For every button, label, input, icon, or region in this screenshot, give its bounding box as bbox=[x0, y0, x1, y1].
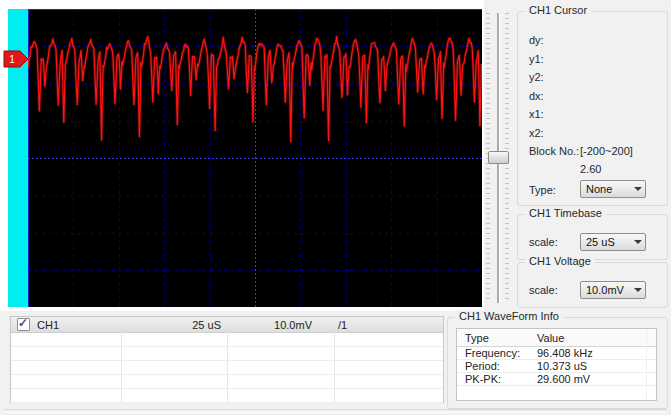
trigger-channel-number: 1 bbox=[9, 54, 15, 65]
type-label: Type: bbox=[529, 184, 556, 196]
info-label: Frequency: bbox=[457, 347, 537, 359]
waveform-info-title: CH1 WaveForm Info bbox=[455, 310, 563, 322]
info-row-pkpk: PK-PK: 29.600 mV bbox=[457, 372, 656, 386]
info-row-frequency: Frequency: 96.408 kHz bbox=[457, 346, 656, 360]
channel-name: CH1 bbox=[37, 319, 59, 331]
empty-row bbox=[11, 360, 443, 375]
cursor-field-y1: y1: bbox=[529, 53, 544, 65]
vertical-position-slider[interactable] bbox=[483, 9, 515, 309]
channel-timebase: 25 uS bbox=[121, 319, 227, 331]
cursor-field-dy: dy: bbox=[529, 34, 544, 46]
trigger-marker[interactable]: 1 bbox=[3, 50, 29, 68]
scope-grid-and-trace bbox=[28, 9, 482, 307]
empty-row bbox=[11, 388, 443, 403]
channel-voltage: 10.0mV bbox=[227, 319, 334, 331]
timebase-scale-label: scale: bbox=[529, 236, 558, 248]
timebase-scale-value: 25 uS bbox=[581, 236, 631, 248]
voltage-scale-value: 10.0mV bbox=[581, 284, 631, 296]
empty-row bbox=[11, 374, 443, 389]
voltage-scale-label: scale: bbox=[529, 284, 558, 296]
channel-probe: /1 bbox=[334, 319, 443, 331]
cursor-field-x2: x2: bbox=[529, 127, 544, 139]
cursor-type-select[interactable]: None bbox=[580, 180, 646, 198]
voltage-panel: CH1 Voltage scale: 10.0mV bbox=[517, 262, 668, 308]
block-no-value: 2.60 bbox=[580, 163, 601, 175]
cursor-field-dx: dx: bbox=[529, 90, 544, 102]
info-col-type: Type bbox=[457, 332, 537, 344]
channel-table: CH1 25 uS 10.0mV /1 bbox=[10, 316, 444, 403]
cursor-field-y2: y2: bbox=[529, 71, 544, 83]
table-divider bbox=[646, 329, 647, 400]
info-value: 29.600 mV bbox=[537, 373, 656, 385]
info-value: 96.408 kHz bbox=[537, 347, 656, 359]
empty-row bbox=[11, 332, 443, 347]
cursor-field-x1: x1: bbox=[529, 108, 544, 120]
info-label: PK-PK: bbox=[457, 373, 537, 385]
voltage-panel-title: CH1 Voltage bbox=[525, 255, 595, 267]
waveform-plot[interactable] bbox=[28, 9, 482, 307]
slider-thumb[interactable] bbox=[488, 151, 509, 164]
voltage-scale-select[interactable]: 10.0mV bbox=[580, 281, 646, 299]
block-no-range: [-200~200] bbox=[580, 145, 633, 157]
block-no-label: Block No.: bbox=[529, 145, 579, 157]
channel-row-ch1[interactable]: CH1 25 uS 10.0mV /1 bbox=[11, 317, 443, 333]
chevron-down-icon bbox=[631, 288, 645, 292]
chevron-down-icon bbox=[631, 240, 645, 244]
info-label: Period: bbox=[457, 360, 537, 372]
chevron-down-icon bbox=[631, 187, 645, 191]
cursor-type-value: None bbox=[581, 183, 631, 195]
timebase-panel: CH1 Timebase scale: 25 uS bbox=[517, 214, 668, 260]
info-col-value: Value bbox=[537, 332, 656, 344]
empty-row bbox=[11, 346, 443, 361]
timebase-scale-select[interactable]: 25 uS bbox=[580, 233, 646, 251]
cursor-panel: CH1 Cursor dy: y1: y2: dx: x1: x2: Block… bbox=[517, 11, 668, 206]
info-value: 10.373 uS bbox=[537, 360, 656, 372]
ch1-checkbox[interactable] bbox=[17, 318, 30, 331]
cursor-panel-title: CH1 Cursor bbox=[525, 4, 591, 16]
bottom-separator bbox=[4, 409, 667, 413]
waveform-info-panel: CH1 WaveForm Info Type Value Frequency: … bbox=[447, 317, 668, 409]
info-row-period: Period: 10.373 uS bbox=[457, 359, 656, 373]
waveform-info-table: Type Value Frequency: 96.408 kHz Period:… bbox=[456, 328, 657, 401]
timebase-panel-title: CH1 Timebase bbox=[525, 207, 606, 219]
